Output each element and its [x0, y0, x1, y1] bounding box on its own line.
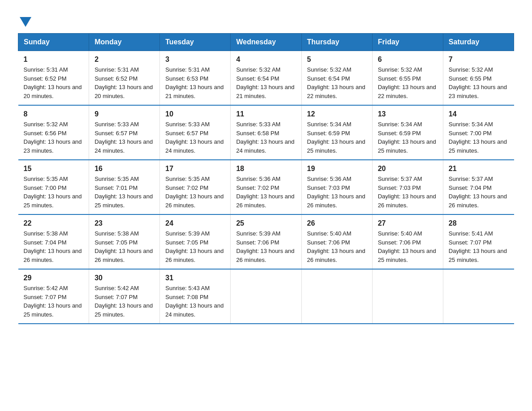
day-info: Sunrise: 5:32 AMSunset: 6:54 PMDaylight:…: [307, 65, 367, 100]
day-info: Sunrise: 5:31 AMSunset: 6:52 PMDaylight:…: [24, 65, 84, 100]
day-info: Sunrise: 5:32 AMSunset: 6:55 PMDaylight:…: [378, 65, 438, 100]
calendar-cell: 16Sunrise: 5:35 AMSunset: 7:01 PMDayligh…: [89, 160, 160, 214]
day-info: Sunrise: 5:41 AMSunset: 7:07 PMDaylight:…: [449, 229, 509, 264]
calendar-week-row: 15Sunrise: 5:35 AMSunset: 7:00 PMDayligh…: [18, 160, 514, 214]
calendar-cell: 6Sunrise: 5:32 AMSunset: 6:55 PMDaylight…: [372, 51, 443, 106]
day-info: Sunrise: 5:32 AMSunset: 6:54 PMDaylight:…: [236, 65, 296, 100]
day-number: 31: [165, 274, 225, 282]
day-number: 9: [94, 110, 154, 118]
day-number: 13: [378, 110, 438, 118]
logo-triangle-icon: [19, 14, 32, 28]
day-number: 23: [94, 219, 154, 227]
day-number: 5: [307, 56, 367, 64]
day-info: Sunrise: 5:31 AMSunset: 6:53 PMDaylight:…: [165, 65, 225, 100]
col-header-wednesday: Wednesday: [231, 34, 301, 51]
day-number: 26: [307, 219, 367, 227]
calendar-cell: 2Sunrise: 5:31 AMSunset: 6:52 PMDaylight…: [89, 51, 160, 106]
calendar-cell: 13Sunrise: 5:34 AMSunset: 6:59 PMDayligh…: [372, 105, 443, 160]
day-number: 7: [449, 56, 509, 64]
day-number: 21: [449, 165, 509, 173]
day-number: 20: [378, 165, 438, 173]
day-number: 22: [24, 219, 84, 227]
day-info: Sunrise: 5:32 AMSunset: 6:55 PMDaylight:…: [449, 65, 509, 100]
day-info: Sunrise: 5:35 AMSunset: 7:01 PMDaylight:…: [94, 175, 154, 210]
day-number: 4: [236, 56, 296, 64]
day-number: 8: [24, 110, 84, 118]
day-info: Sunrise: 5:36 AMSunset: 7:02 PMDaylight:…: [236, 175, 296, 210]
day-number: 17: [165, 165, 225, 173]
day-number: 25: [236, 219, 296, 227]
col-header-friday: Friday: [372, 34, 443, 51]
day-info: Sunrise: 5:38 AMSunset: 7:04 PMDaylight:…: [24, 229, 84, 264]
day-info: Sunrise: 5:34 AMSunset: 7:00 PMDaylight:…: [449, 120, 509, 155]
calendar-cell: 21Sunrise: 5:37 AMSunset: 7:04 PMDayligh…: [443, 160, 514, 214]
day-number: 27: [378, 219, 438, 227]
calendar-week-row: 1Sunrise: 5:31 AMSunset: 6:52 PMDaylight…: [18, 51, 514, 106]
day-info: Sunrise: 5:43 AMSunset: 7:08 PMDaylight:…: [165, 284, 225, 319]
day-info: Sunrise: 5:40 AMSunset: 7:06 PMDaylight:…: [307, 229, 367, 264]
calendar-cell: [231, 269, 301, 324]
svg-marker-0: [20, 17, 31, 27]
day-number: 10: [165, 110, 225, 118]
col-header-saturday: Saturday: [443, 34, 514, 51]
day-number: 16: [94, 165, 154, 173]
day-info: Sunrise: 5:40 AMSunset: 7:06 PMDaylight:…: [378, 229, 438, 264]
day-number: 14: [449, 110, 509, 118]
day-number: 19: [307, 165, 367, 173]
calendar-cell: 1Sunrise: 5:31 AMSunset: 6:52 PMDaylight…: [18, 51, 89, 106]
day-info: Sunrise: 5:33 AMSunset: 6:57 PMDaylight:…: [94, 120, 154, 155]
day-info: Sunrise: 5:37 AMSunset: 7:04 PMDaylight:…: [449, 175, 509, 210]
day-info: Sunrise: 5:37 AMSunset: 7:03 PMDaylight:…: [378, 175, 438, 210]
col-header-tuesday: Tuesday: [160, 34, 231, 51]
calendar-cell: 26Sunrise: 5:40 AMSunset: 7:06 PMDayligh…: [301, 214, 372, 269]
day-info: Sunrise: 5:32 AMSunset: 6:56 PMDaylight:…: [24, 120, 84, 155]
calendar-week-row: 22Sunrise: 5:38 AMSunset: 7:04 PMDayligh…: [18, 214, 514, 269]
day-info: Sunrise: 5:38 AMSunset: 7:05 PMDaylight:…: [94, 229, 154, 264]
calendar-cell: 4Sunrise: 5:32 AMSunset: 6:54 PMDaylight…: [231, 51, 301, 106]
calendar-cell: [443, 269, 514, 324]
day-number: 1: [24, 56, 84, 64]
calendar-cell: 31Sunrise: 5:43 AMSunset: 7:08 PMDayligh…: [160, 269, 231, 324]
day-number: 28: [449, 219, 509, 227]
calendar-cell: 22Sunrise: 5:38 AMSunset: 7:04 PMDayligh…: [18, 214, 89, 269]
calendar-header-row: SundayMondayTuesdayWednesdayThursdayFrid…: [18, 34, 514, 51]
day-number: 3: [165, 56, 225, 64]
calendar-cell: 15Sunrise: 5:35 AMSunset: 7:00 PMDayligh…: [18, 160, 89, 214]
calendar-cell: 20Sunrise: 5:37 AMSunset: 7:03 PMDayligh…: [372, 160, 443, 214]
day-number: 11: [236, 110, 296, 118]
col-header-sunday: Sunday: [18, 34, 89, 51]
day-info: Sunrise: 5:35 AMSunset: 7:02 PMDaylight:…: [165, 175, 225, 210]
calendar-cell: 17Sunrise: 5:35 AMSunset: 7:02 PMDayligh…: [160, 160, 231, 214]
calendar-cell: 24Sunrise: 5:39 AMSunset: 7:05 PMDayligh…: [160, 214, 231, 269]
calendar-cell: 3Sunrise: 5:31 AMSunset: 6:53 PMDaylight…: [160, 51, 231, 106]
day-info: Sunrise: 5:35 AMSunset: 7:00 PMDaylight:…: [24, 175, 84, 210]
day-number: 29: [24, 274, 84, 282]
col-header-monday: Monday: [89, 34, 160, 51]
logo: [18, 13, 32, 24]
day-info: Sunrise: 5:42 AMSunset: 7:07 PMDaylight:…: [94, 284, 154, 319]
calendar-week-row: 8Sunrise: 5:32 AMSunset: 6:56 PMDaylight…: [18, 105, 514, 160]
day-info: Sunrise: 5:39 AMSunset: 7:05 PMDaylight:…: [165, 229, 225, 264]
calendar-week-row: 29Sunrise: 5:42 AMSunset: 7:07 PMDayligh…: [18, 269, 514, 324]
day-number: 2: [94, 56, 154, 64]
day-number: 6: [378, 56, 438, 64]
calendar-cell: 19Sunrise: 5:36 AMSunset: 7:03 PMDayligh…: [301, 160, 372, 214]
calendar-cell: 29Sunrise: 5:42 AMSunset: 7:07 PMDayligh…: [18, 269, 89, 324]
calendar-cell: 10Sunrise: 5:33 AMSunset: 6:57 PMDayligh…: [160, 105, 231, 160]
calendar-cell: 25Sunrise: 5:39 AMSunset: 7:06 PMDayligh…: [231, 214, 301, 269]
calendar-cell: 8Sunrise: 5:32 AMSunset: 6:56 PMDaylight…: [18, 105, 89, 160]
calendar-cell: 7Sunrise: 5:32 AMSunset: 6:55 PMDaylight…: [443, 51, 514, 106]
day-number: 24: [165, 219, 225, 227]
day-number: 30: [94, 274, 154, 282]
day-info: Sunrise: 5:36 AMSunset: 7:03 PMDaylight:…: [307, 175, 367, 210]
day-info: Sunrise: 5:31 AMSunset: 6:52 PMDaylight:…: [94, 65, 154, 100]
page-header: [18, 13, 514, 24]
calendar-cell: 9Sunrise: 5:33 AMSunset: 6:57 PMDaylight…: [89, 105, 160, 160]
calendar-cell: 5Sunrise: 5:32 AMSunset: 6:54 PMDaylight…: [301, 51, 372, 106]
day-info: Sunrise: 5:33 AMSunset: 6:57 PMDaylight:…: [165, 120, 225, 155]
calendar-table: SundayMondayTuesdayWednesdayThursdayFrid…: [18, 33, 514, 324]
calendar-cell: 23Sunrise: 5:38 AMSunset: 7:05 PMDayligh…: [89, 214, 160, 269]
day-info: Sunrise: 5:42 AMSunset: 7:07 PMDaylight:…: [24, 284, 84, 319]
calendar-cell: 27Sunrise: 5:40 AMSunset: 7:06 PMDayligh…: [372, 214, 443, 269]
day-number: 15: [24, 165, 84, 173]
